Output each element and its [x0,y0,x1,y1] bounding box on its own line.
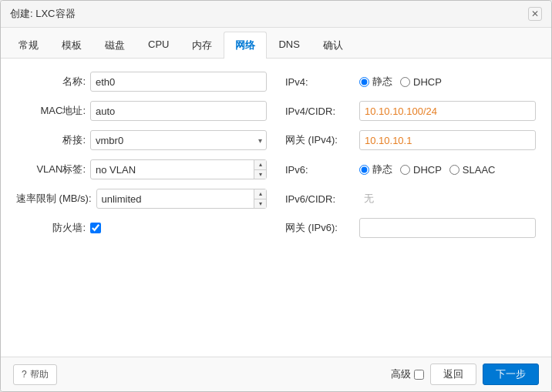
vlan-spinner-wrap: ▴ ▾ [90,159,267,179]
gateway-ipv4-row: 网关 (IPv4): [285,129,536,151]
rate-row: 速率限制 (MB/s): ▴ ▾ [16,188,267,209]
rate-input[interactable] [96,189,268,209]
ipv6-dhcp-label[interactable]: DHCP [400,164,442,176]
gateway-ipv6-input[interactable] [359,218,536,238]
ipv4-radio-group: 静态 DHCP [359,75,442,89]
ipv6-row: IPv6: 静态 DHCP SLAAC [285,159,536,180]
dialog: 创建: LXC容器 ✕ 常规 模板 磁盘 CPU 内存 网络 DNS 确认 名称… [0,0,552,392]
tab-bar: 常规 模板 磁盘 CPU 内存 网络 DNS 确认 [1,28,551,59]
title-bar: 创建: LXC容器 ✕ [1,1,551,28]
vlan-input[interactable] [90,159,267,179]
ipv4-dhcp-text: DHCP [413,76,442,88]
ipv4-dhcp-label[interactable]: DHCP [400,76,442,88]
firewall-row: 防火墙: [16,217,267,239]
bridge-row: 桥接: vmbr0 ▾ [16,129,267,151]
bridge-select[interactable]: vmbr0 [90,130,267,150]
ipv4-dhcp-radio[interactable] [400,77,410,87]
name-row: 名称: [16,71,267,92]
mac-row: MAC地址: [16,100,267,122]
gateway-ipv6-row: 网关 (IPv6): [285,217,536,239]
right-column: IPv4: 静态 DHCP IPv4/CIDR: [285,71,536,239]
rate-spinner-down[interactable]: ▾ [254,199,266,209]
ipv6cidr-placeholder: 无 [359,192,379,206]
tab-memory[interactable]: 内存 [180,32,224,59]
tab-dns[interactable]: DNS [267,32,311,59]
ipv4cidr-label: IPv4/CIDR: [285,106,355,117]
rate-label: 速率限制 (MB/s): [16,192,92,206]
mac-input[interactable] [90,101,267,121]
gateway-ipv4-label: 网关 (IPv4): [285,133,355,147]
vlan-label: VLAN标签: [16,162,86,176]
ipv6-static-label[interactable]: 静态 [359,162,392,176]
ipv4cidr-row: IPv4/CIDR: [285,100,536,122]
tab-general[interactable]: 常规 [7,32,50,59]
gateway-ipv4-input[interactable] [359,130,536,150]
ipv4-static-radio[interactable] [359,77,369,87]
tab-cpu[interactable]: CPU [136,32,180,59]
advanced-checkbox[interactable] [414,370,424,380]
ipv6-dhcp-radio[interactable] [400,165,410,175]
tab-template[interactable]: 模板 [50,32,93,59]
advanced-wrap: 高级 [391,367,424,381]
vlan-row: VLAN标签: ▴ ▾ [16,159,267,180]
name-input[interactable] [90,72,267,92]
vlan-spinner-up[interactable]: ▴ [254,160,266,170]
ipv4-static-text: 静态 [372,75,392,89]
ipv6-slaac-radio[interactable] [449,165,459,175]
ipv6-static-radio[interactable] [359,165,369,175]
content-area: 名称: MAC地址: 桥接: vmbr0 ▾ [1,59,551,357]
ipv4cidr-input[interactable] [359,101,536,121]
rate-spinner-buttons: ▴ ▾ [254,189,266,208]
firewall-label: 防火墙: [16,221,86,235]
ipv6-slaac-text: SLAAC [463,164,496,176]
ipv6-slaac-label[interactable]: SLAAC [449,164,496,176]
question-icon: ? [22,369,27,380]
footer-right: 高级 返回 下一步 [391,364,539,385]
ipv4-static-label[interactable]: 静态 [359,75,392,89]
vlan-spinner-down[interactable]: ▾ [254,170,266,179]
bridge-select-wrap: vmbr0 ▾ [90,130,267,150]
rate-spinner-wrap: ▴ ▾ [96,189,268,209]
next-button[interactable]: 下一步 [483,364,539,385]
footer: ? 帮助 高级 返回 下一步 [1,357,551,391]
ipv6-radio-group: 静态 DHCP SLAAC [359,162,495,176]
tab-network[interactable]: 网络 [224,32,267,59]
ipv6cidr-label: IPv6/CIDR: [285,193,355,205]
ipv4-label: IPv4: [285,76,355,88]
bridge-label: 桥接: [16,133,86,147]
help-button[interactable]: ? 帮助 [13,364,57,385]
tab-confirm[interactable]: 确认 [311,32,355,59]
firewall-checkbox[interactable] [90,223,101,233]
vlan-spinner-buttons: ▴ ▾ [254,160,266,179]
ipv6-static-text: 静态 [372,162,392,176]
name-label: 名称: [16,75,86,89]
ipv6-dhcp-text: DHCP [413,164,442,176]
dialog-title: 创建: LXC容器 [10,7,76,21]
ipv6cidr-row: IPv6/CIDR: 无 [285,188,536,209]
tab-disk[interactable]: 磁盘 [93,32,136,59]
gateway-ipv6-label: 网关 (IPv6): [285,221,355,235]
ipv4-row: IPv4: 静态 DHCP [285,71,536,92]
help-label: 帮助 [30,368,49,381]
close-button[interactable]: ✕ [528,7,542,21]
footer-left: ? 帮助 [13,364,57,385]
back-button[interactable]: 返回 [430,364,476,385]
advanced-label: 高级 [391,367,411,381]
ipv6-label: IPv6: [285,164,355,176]
mac-label: MAC地址: [16,104,86,118]
left-column: 名称: MAC地址: 桥接: vmbr0 ▾ [16,71,267,239]
rate-spinner-up[interactable]: ▴ [254,189,266,199]
